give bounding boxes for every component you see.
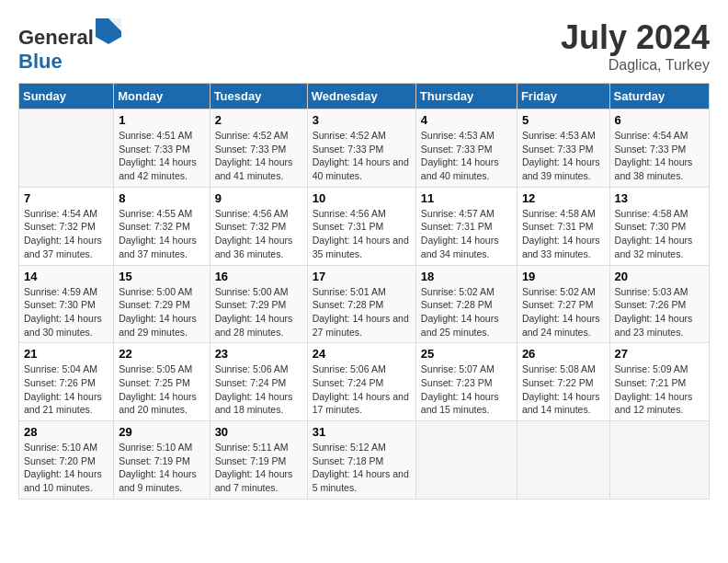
day-info: Sunrise: 5:02 AMSunset: 7:27 PMDaylight:… bbox=[522, 285, 605, 339]
day-cell: 6Sunrise: 4:54 AMSunset: 7:33 PMDaylight… bbox=[609, 109, 709, 188]
day-cell: 24Sunrise: 5:06 AMSunset: 7:24 PMDayligh… bbox=[307, 343, 415, 421]
day-cell bbox=[517, 421, 609, 500]
day-info: Sunrise: 4:51 AMSunset: 7:33 PMDaylight:… bbox=[119, 129, 204, 183]
day-info: Sunrise: 4:53 AMSunset: 7:33 PMDaylight:… bbox=[522, 129, 605, 183]
day-number: 1 bbox=[119, 113, 204, 127]
day-cell: 15Sunrise: 5:00 AMSunset: 7:29 PMDayligh… bbox=[114, 265, 210, 343]
day-cell: 2Sunrise: 4:52 AMSunset: 7:33 PMDaylight… bbox=[210, 109, 307, 188]
day-cell: 1Sunrise: 4:51 AMSunset: 7:33 PMDaylight… bbox=[114, 109, 210, 188]
day-number: 25 bbox=[421, 347, 512, 361]
logo: General Blue bbox=[18, 18, 121, 74]
day-number: 18 bbox=[421, 270, 512, 283]
day-cell: 14Sunrise: 4:59 AMSunset: 7:30 PMDayligh… bbox=[19, 265, 114, 343]
day-number: 7 bbox=[24, 191, 108, 205]
day-cell: 22Sunrise: 5:05 AMSunset: 7:25 PMDayligh… bbox=[114, 343, 210, 421]
logo-general: General bbox=[18, 26, 94, 49]
day-number: 2 bbox=[215, 113, 302, 127]
day-number: 4 bbox=[421, 113, 512, 127]
day-cell: 23Sunrise: 5:06 AMSunset: 7:24 PMDayligh… bbox=[210, 343, 307, 421]
day-cell: 26Sunrise: 5:08 AMSunset: 7:22 PMDayligh… bbox=[517, 343, 609, 421]
day-cell: 30Sunrise: 5:11 AMSunset: 7:19 PMDayligh… bbox=[210, 421, 307, 500]
page-title: July 2024 bbox=[561, 18, 710, 57]
day-number: 28 bbox=[24, 425, 108, 439]
day-number: 8 bbox=[119, 191, 204, 205]
day-cell: 12Sunrise: 4:58 AMSunset: 7:31 PMDayligh… bbox=[517, 187, 609, 265]
day-info: Sunrise: 4:52 AMSunset: 7:33 PMDaylight:… bbox=[215, 129, 302, 183]
day-number: 22 bbox=[119, 347, 204, 361]
column-header-wednesday: Wednesday bbox=[307, 84, 415, 109]
header-row: SundayMondayTuesdayWednesdayThursdayFrid… bbox=[19, 84, 710, 109]
calendar-table: SundayMondayTuesdayWednesdayThursdayFrid… bbox=[18, 83, 710, 500]
calendar-header: SundayMondayTuesdayWednesdayThursdayFrid… bbox=[19, 84, 710, 109]
day-number: 12 bbox=[522, 191, 605, 205]
day-number: 17 bbox=[313, 270, 411, 283]
day-cell: 17Sunrise: 5:01 AMSunset: 7:28 PMDayligh… bbox=[307, 265, 415, 343]
logo-blue: Blue bbox=[18, 50, 63, 73]
day-cell: 27Sunrise: 5:09 AMSunset: 7:21 PMDayligh… bbox=[609, 343, 709, 421]
day-info: Sunrise: 4:56 AMSunset: 7:31 PMDaylight:… bbox=[313, 207, 411, 261]
day-number: 14 bbox=[24, 270, 108, 283]
page-header: General Blue July 2024 Daglica, Turkey bbox=[18, 18, 710, 74]
day-cell bbox=[415, 421, 517, 500]
day-number: 29 bbox=[119, 425, 204, 439]
column-header-monday: Monday bbox=[114, 84, 210, 109]
day-info: Sunrise: 4:58 AMSunset: 7:30 PMDaylight:… bbox=[615, 207, 704, 261]
day-cell: 3Sunrise: 4:52 AMSunset: 7:33 PMDaylight… bbox=[307, 109, 415, 188]
day-info: Sunrise: 4:58 AMSunset: 7:31 PMDaylight:… bbox=[522, 207, 605, 261]
day-cell: 13Sunrise: 4:58 AMSunset: 7:30 PMDayligh… bbox=[609, 187, 709, 265]
day-cell: 5Sunrise: 4:53 AMSunset: 7:33 PMDaylight… bbox=[517, 109, 609, 188]
day-info: Sunrise: 5:10 AMSunset: 7:20 PMDaylight:… bbox=[24, 441, 108, 495]
column-header-saturday: Saturday bbox=[609, 84, 709, 109]
day-info: Sunrise: 4:56 AMSunset: 7:32 PMDaylight:… bbox=[215, 207, 302, 261]
day-cell: 29Sunrise: 5:10 AMSunset: 7:19 PMDayligh… bbox=[114, 421, 210, 500]
day-info: Sunrise: 5:04 AMSunset: 7:26 PMDaylight:… bbox=[24, 362, 108, 417]
day-number: 10 bbox=[313, 191, 411, 205]
week-row-2: 7Sunrise: 4:54 AMSunset: 7:32 PMDaylight… bbox=[19, 187, 710, 265]
day-number: 27 bbox=[615, 347, 704, 361]
logo-text: General Blue bbox=[18, 18, 121, 74]
day-info: Sunrise: 4:57 AMSunset: 7:31 PMDaylight:… bbox=[421, 207, 512, 261]
day-info: Sunrise: 5:06 AMSunset: 7:24 PMDaylight:… bbox=[215, 362, 302, 417]
day-number: 26 bbox=[522, 347, 605, 361]
day-number: 6 bbox=[615, 113, 704, 127]
day-info: Sunrise: 4:59 AMSunset: 7:30 PMDaylight:… bbox=[24, 285, 108, 339]
day-info: Sunrise: 5:09 AMSunset: 7:21 PMDaylight:… bbox=[615, 362, 704, 417]
day-number: 24 bbox=[313, 347, 411, 361]
day-cell: 20Sunrise: 5:03 AMSunset: 7:26 PMDayligh… bbox=[609, 265, 709, 343]
column-header-friday: Friday bbox=[517, 84, 609, 109]
day-info: Sunrise: 4:54 AMSunset: 7:32 PMDaylight:… bbox=[24, 207, 108, 261]
day-info: Sunrise: 5:05 AMSunset: 7:25 PMDaylight:… bbox=[119, 362, 204, 417]
day-cell: 16Sunrise: 5:00 AMSunset: 7:29 PMDayligh… bbox=[210, 265, 307, 343]
day-cell: 25Sunrise: 5:07 AMSunset: 7:23 PMDayligh… bbox=[415, 343, 517, 421]
day-number: 19 bbox=[522, 270, 605, 283]
day-info: Sunrise: 5:07 AMSunset: 7:23 PMDaylight:… bbox=[421, 362, 512, 417]
day-number: 31 bbox=[313, 425, 411, 439]
day-info: Sunrise: 5:02 AMSunset: 7:28 PMDaylight:… bbox=[421, 285, 512, 339]
day-info: Sunrise: 5:01 AMSunset: 7:28 PMDaylight:… bbox=[313, 285, 411, 339]
day-number: 15 bbox=[119, 270, 204, 283]
day-info: Sunrise: 4:55 AMSunset: 7:32 PMDaylight:… bbox=[119, 207, 204, 261]
day-cell: 19Sunrise: 5:02 AMSunset: 7:27 PMDayligh… bbox=[517, 265, 609, 343]
day-info: Sunrise: 5:10 AMSunset: 7:19 PMDaylight:… bbox=[119, 441, 204, 495]
day-cell: 8Sunrise: 4:55 AMSunset: 7:32 PMDaylight… bbox=[114, 187, 210, 265]
day-info: Sunrise: 5:00 AMSunset: 7:29 PMDaylight:… bbox=[215, 285, 302, 339]
week-row-5: 28Sunrise: 5:10 AMSunset: 7:20 PMDayligh… bbox=[19, 421, 710, 500]
day-number: 16 bbox=[215, 270, 302, 283]
day-number: 30 bbox=[215, 425, 302, 439]
day-cell: 21Sunrise: 5:04 AMSunset: 7:26 PMDayligh… bbox=[19, 343, 114, 421]
day-cell: 18Sunrise: 5:02 AMSunset: 7:28 PMDayligh… bbox=[415, 265, 517, 343]
day-cell: 7Sunrise: 4:54 AMSunset: 7:32 PMDaylight… bbox=[19, 187, 114, 265]
calendar-body: 1Sunrise: 4:51 AMSunset: 7:33 PMDaylight… bbox=[19, 109, 710, 500]
day-info: Sunrise: 5:12 AMSunset: 7:18 PMDaylight:… bbox=[313, 441, 411, 495]
day-info: Sunrise: 4:53 AMSunset: 7:33 PMDaylight:… bbox=[421, 129, 512, 183]
week-row-4: 21Sunrise: 5:04 AMSunset: 7:26 PMDayligh… bbox=[19, 343, 710, 421]
title-block: July 2024 Daglica, Turkey bbox=[561, 18, 710, 74]
day-cell: 4Sunrise: 4:53 AMSunset: 7:33 PMDaylight… bbox=[415, 109, 517, 188]
day-number: 20 bbox=[615, 270, 704, 283]
day-number: 23 bbox=[215, 347, 302, 361]
day-info: Sunrise: 4:52 AMSunset: 7:33 PMDaylight:… bbox=[313, 129, 411, 183]
day-cell: 31Sunrise: 5:12 AMSunset: 7:18 PMDayligh… bbox=[307, 421, 415, 500]
day-info: Sunrise: 5:00 AMSunset: 7:29 PMDaylight:… bbox=[119, 285, 204, 339]
day-info: Sunrise: 5:03 AMSunset: 7:26 PMDaylight:… bbox=[615, 285, 704, 339]
day-info: Sunrise: 5:08 AMSunset: 7:22 PMDaylight:… bbox=[522, 362, 605, 417]
